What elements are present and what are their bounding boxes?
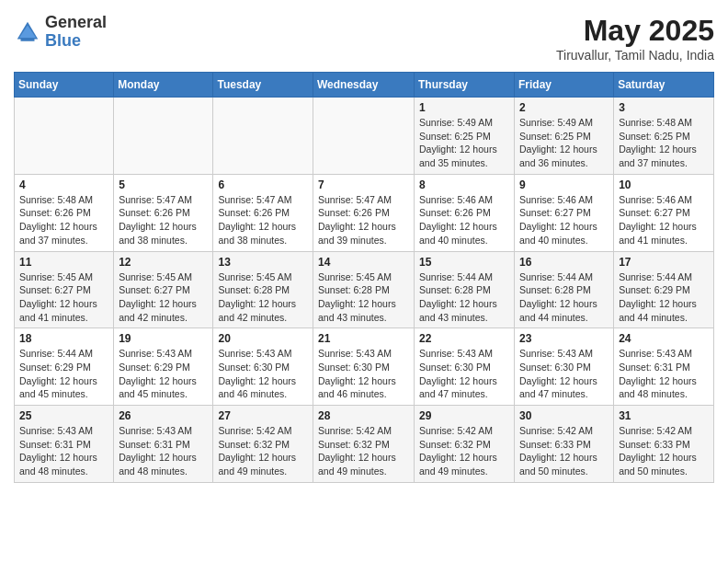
day-info: Sunrise: 5:43 AM Sunset: 6:30 PM Dayligh… xyxy=(419,347,509,401)
weekday-header-tuesday: Tuesday xyxy=(213,73,313,98)
logo-text: General Blue xyxy=(45,14,107,51)
day-number: 28 xyxy=(318,409,409,422)
weekday-header-wednesday: Wednesday xyxy=(313,73,415,98)
day-info: Sunrise: 5:43 AM Sunset: 6:30 PM Dayligh… xyxy=(519,347,609,401)
day-info: Sunrise: 5:43 AM Sunset: 6:30 PM Dayligh… xyxy=(318,347,409,401)
day-number: 2 xyxy=(519,101,609,114)
calendar-week-row: 25Sunrise: 5:43 AM Sunset: 6:31 PM Dayli… xyxy=(15,406,714,483)
weekday-header-thursday: Thursday xyxy=(415,73,515,98)
day-info: Sunrise: 5:48 AM Sunset: 6:26 PM Dayligh… xyxy=(19,193,108,247)
day-number: 29 xyxy=(419,409,509,422)
day-number: 24 xyxy=(619,332,709,345)
calendar-week-row: 11Sunrise: 5:45 AM Sunset: 6:27 PM Dayli… xyxy=(15,251,714,328)
day-number: 18 xyxy=(19,332,108,345)
day-info: Sunrise: 5:42 AM Sunset: 6:32 PM Dayligh… xyxy=(318,424,409,478)
weekday-header-saturday: Saturday xyxy=(614,73,714,98)
day-number: 26 xyxy=(119,409,208,422)
day-info: Sunrise: 5:48 AM Sunset: 6:25 PM Dayligh… xyxy=(619,116,709,170)
logo-blue-text: Blue xyxy=(45,32,107,51)
day-info: Sunrise: 5:49 AM Sunset: 6:25 PM Dayligh… xyxy=(419,116,509,170)
day-number: 7 xyxy=(318,178,409,191)
day-info: Sunrise: 5:44 AM Sunset: 6:29 PM Dayligh… xyxy=(19,347,108,401)
day-number: 1 xyxy=(419,101,509,114)
day-info: Sunrise: 5:43 AM Sunset: 6:30 PM Dayligh… xyxy=(218,347,308,401)
day-info: Sunrise: 5:47 AM Sunset: 6:26 PM Dayligh… xyxy=(318,193,409,247)
svg-rect-2 xyxy=(21,38,35,41)
calendar-cell: 27Sunrise: 5:42 AM Sunset: 6:32 PM Dayli… xyxy=(213,406,313,483)
month-year-title: May 2025 xyxy=(556,14,714,48)
calendar-cell: 19Sunrise: 5:43 AM Sunset: 6:29 PM Dayli… xyxy=(114,328,213,406)
day-info: Sunrise: 5:42 AM Sunset: 6:32 PM Dayligh… xyxy=(218,424,308,478)
calendar-cell: 30Sunrise: 5:42 AM Sunset: 6:33 PM Dayli… xyxy=(515,406,614,483)
weekday-header-sunday: Sunday xyxy=(15,73,114,98)
day-number: 6 xyxy=(218,178,308,191)
calendar-week-row: 18Sunrise: 5:44 AM Sunset: 6:29 PM Dayli… xyxy=(15,328,714,406)
calendar-table: SundayMondayTuesdayWednesdayThursdayFrid… xyxy=(14,72,714,483)
day-number: 17 xyxy=(619,256,709,269)
calendar-cell xyxy=(114,98,213,175)
location-subtitle: Tiruvallur, Tamil Nadu, India xyxy=(556,48,714,63)
day-info: Sunrise: 5:45 AM Sunset: 6:27 PM Dayligh… xyxy=(119,270,208,325)
calendar-cell: 22Sunrise: 5:43 AM Sunset: 6:30 PM Dayli… xyxy=(415,328,515,406)
calendar-week-row: 4Sunrise: 5:48 AM Sunset: 6:26 PM Daylig… xyxy=(15,174,714,251)
day-info: Sunrise: 5:42 AM Sunset: 6:32 PM Dayligh… xyxy=(419,424,509,478)
day-number: 15 xyxy=(419,256,509,269)
calendar-cell: 24Sunrise: 5:43 AM Sunset: 6:31 PM Dayli… xyxy=(614,328,714,406)
calendar-cell: 21Sunrise: 5:43 AM Sunset: 6:30 PM Dayli… xyxy=(313,328,415,406)
calendar-cell: 31Sunrise: 5:42 AM Sunset: 6:33 PM Dayli… xyxy=(614,406,714,483)
calendar-cell: 20Sunrise: 5:43 AM Sunset: 6:30 PM Dayli… xyxy=(213,328,313,406)
calendar-cell: 7Sunrise: 5:47 AM Sunset: 6:26 PM Daylig… xyxy=(313,174,415,251)
calendar-week-row: 1Sunrise: 5:49 AM Sunset: 6:25 PM Daylig… xyxy=(15,98,714,175)
day-number: 11 xyxy=(19,256,108,269)
calendar-cell: 13Sunrise: 5:45 AM Sunset: 6:28 PM Dayli… xyxy=(213,251,313,328)
day-number: 21 xyxy=(318,332,409,345)
day-number: 9 xyxy=(519,178,609,191)
weekday-header-friday: Friday xyxy=(515,73,614,98)
day-info: Sunrise: 5:44 AM Sunset: 6:28 PM Dayligh… xyxy=(419,270,509,325)
calendar-cell: 17Sunrise: 5:44 AM Sunset: 6:29 PM Dayli… xyxy=(614,251,714,328)
day-number: 22 xyxy=(419,332,509,345)
day-number: 12 xyxy=(119,256,208,269)
day-info: Sunrise: 5:46 AM Sunset: 6:26 PM Dayligh… xyxy=(419,193,509,247)
day-info: Sunrise: 5:43 AM Sunset: 6:29 PM Dayligh… xyxy=(119,347,208,401)
calendar-cell xyxy=(15,98,114,175)
calendar-cell: 11Sunrise: 5:45 AM Sunset: 6:27 PM Dayli… xyxy=(15,251,114,328)
calendar-cell: 6Sunrise: 5:47 AM Sunset: 6:26 PM Daylig… xyxy=(213,174,313,251)
calendar-cell: 25Sunrise: 5:43 AM Sunset: 6:31 PM Dayli… xyxy=(15,406,114,483)
logo-icon xyxy=(14,18,41,46)
calendar-cell xyxy=(313,98,415,175)
calendar-cell: 9Sunrise: 5:46 AM Sunset: 6:27 PM Daylig… xyxy=(515,174,614,251)
calendar-cell: 15Sunrise: 5:44 AM Sunset: 6:28 PM Dayli… xyxy=(415,251,515,328)
calendar-cell: 2Sunrise: 5:49 AM Sunset: 6:25 PM Daylig… xyxy=(515,98,614,175)
day-number: 4 xyxy=(19,178,108,191)
calendar-cell: 8Sunrise: 5:46 AM Sunset: 6:26 PM Daylig… xyxy=(415,174,515,251)
calendar-cell: 14Sunrise: 5:45 AM Sunset: 6:28 PM Dayli… xyxy=(313,251,415,328)
day-info: Sunrise: 5:43 AM Sunset: 6:31 PM Dayligh… xyxy=(119,424,208,478)
day-number: 14 xyxy=(318,256,409,269)
day-number: 31 xyxy=(619,409,709,422)
day-number: 16 xyxy=(519,256,609,269)
day-number: 10 xyxy=(619,178,709,191)
day-info: Sunrise: 5:49 AM Sunset: 6:25 PM Dayligh… xyxy=(519,116,609,170)
day-number: 20 xyxy=(218,332,308,345)
logo: General Blue xyxy=(14,14,107,51)
day-info: Sunrise: 5:42 AM Sunset: 6:33 PM Dayligh… xyxy=(519,424,609,478)
day-info: Sunrise: 5:45 AM Sunset: 6:28 PM Dayligh… xyxy=(218,270,308,325)
weekday-header-row: SundayMondayTuesdayWednesdayThursdayFrid… xyxy=(15,73,714,98)
day-number: 5 xyxy=(119,178,208,191)
day-info: Sunrise: 5:43 AM Sunset: 6:31 PM Dayligh… xyxy=(619,347,709,401)
day-info: Sunrise: 5:45 AM Sunset: 6:27 PM Dayligh… xyxy=(19,270,108,325)
page-header: General Blue May 2025 Tiruvallur, Tamil … xyxy=(14,14,714,63)
calendar-cell: 16Sunrise: 5:44 AM Sunset: 6:28 PM Dayli… xyxy=(515,251,614,328)
day-info: Sunrise: 5:47 AM Sunset: 6:26 PM Dayligh… xyxy=(218,193,308,247)
calendar-cell: 1Sunrise: 5:49 AM Sunset: 6:25 PM Daylig… xyxy=(415,98,515,175)
calendar-cell: 23Sunrise: 5:43 AM Sunset: 6:30 PM Dayli… xyxy=(515,328,614,406)
day-number: 8 xyxy=(419,178,509,191)
weekday-header-monday: Monday xyxy=(114,73,213,98)
calendar-cell: 26Sunrise: 5:43 AM Sunset: 6:31 PM Dayli… xyxy=(114,406,213,483)
day-number: 3 xyxy=(619,101,709,114)
calendar-cell: 4Sunrise: 5:48 AM Sunset: 6:26 PM Daylig… xyxy=(15,174,114,251)
day-info: Sunrise: 5:46 AM Sunset: 6:27 PM Dayligh… xyxy=(619,193,709,247)
calendar-cell: 5Sunrise: 5:47 AM Sunset: 6:26 PM Daylig… xyxy=(114,174,213,251)
day-info: Sunrise: 5:47 AM Sunset: 6:26 PM Dayligh… xyxy=(119,193,208,247)
